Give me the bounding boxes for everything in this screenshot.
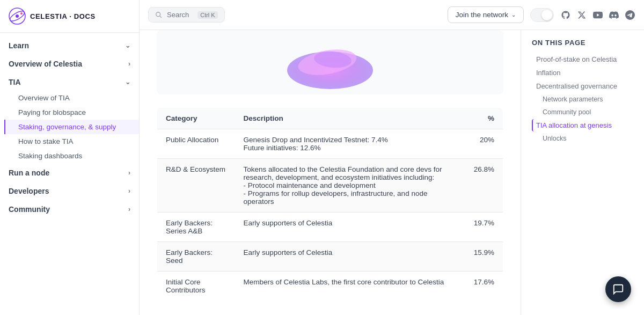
toc-item[interactable]: Community pool [532, 106, 633, 118]
chat-icon [612, 283, 624, 295]
search-shortcut: Ctrl K [197, 11, 218, 19]
svg-point-4 [156, 12, 160, 16]
table-row: Early Backers: SeedEarly supporters of C… [157, 242, 503, 272]
sidebar-item-staking-governance[interactable]: Staking, governance, & supply [4, 120, 139, 134]
svg-point-2 [16, 14, 19, 18]
toc-item[interactable]: Inflation [532, 67, 633, 79]
content-area: Category Description % Public Allocation… [140, 30, 644, 315]
main-wrapper: Search Ctrl K Join the network ⌄ [140, 0, 644, 315]
community-section: Community › [0, 201, 139, 218]
table-header-row: Category Description % [157, 108, 503, 129]
github-icon[interactable] [560, 10, 571, 20]
table-cell-percent: 20% [460, 129, 503, 159]
search-icon [155, 11, 163, 19]
table-cell-category: Early Backers: Series A&B [157, 213, 235, 242]
table-cell-description: Tokens allocated to the Celestia Foundat… [235, 159, 460, 213]
run-a-node-item[interactable]: Run a node › [0, 164, 139, 181]
learn-chevron-icon: ⌄ [125, 42, 130, 49]
community-chevron-icon: › [128, 206, 130, 213]
chart-area [157, 30, 503, 94]
table-row: Public AllocationGenesis Drop and Incent… [157, 129, 503, 159]
tia-section: TIA ⌄ Overview of TIA Paying for blobspa… [0, 74, 139, 163]
logo-icon [9, 8, 26, 25]
allocation-table: Category Description % Public Allocation… [157, 107, 503, 301]
developers-chevron-icon: › [128, 187, 130, 195]
table-cell-description: Genesis Drop and Incentivized Testnet: 7… [235, 129, 460, 159]
table-cell-category: Public Allocation [157, 129, 235, 159]
table-row: R&D & EcosystemTokens allocated to the C… [157, 159, 503, 213]
sidebar-item-staking-dashboards[interactable]: Staking dashboards [4, 149, 139, 163]
twitter-icon[interactable] [576, 10, 587, 20]
join-network-button[interactable]: Join the network ⌄ [448, 6, 524, 23]
learn-section-header[interactable]: Learn ⌄ [0, 37, 139, 54]
sidebar-item-how-to-stake[interactable]: How to stake TIA [4, 134, 139, 149]
sidebar-item-overview-tia[interactable]: Overview of TIA [4, 91, 139, 105]
developers-item[interactable]: Developers › [0, 182, 139, 200]
discord-icon[interactable] [609, 10, 619, 20]
table-cell-category: Early Backers: Seed [157, 242, 235, 272]
run-a-node-section: Run a node › [0, 164, 139, 181]
topbar: Search Ctrl K Join the network ⌄ [140, 0, 644, 30]
pie-chart [276, 33, 384, 92]
table-cell-description: Members of Celestia Labs, the first core… [235, 272, 460, 301]
table-row: Initial Core ContributorsMembers of Cele… [157, 272, 503, 301]
youtube-icon[interactable] [592, 10, 603, 20]
sidebar-nav: Learn ⌄ Overview of Celestia › TIA ⌄ Ove… [0, 33, 139, 315]
table-cell-percent: 15.9% [460, 242, 503, 272]
on-this-page-title: On this page [532, 39, 633, 47]
social-icons [560, 10, 635, 20]
overview-celestia-chevron-icon: › [128, 60, 130, 68]
learn-section: Learn ⌄ [0, 37, 139, 54]
col-header-percent: % [460, 108, 503, 129]
table-cell-percent: 19.7% [460, 213, 503, 242]
tia-chevron-icon: ⌄ [125, 78, 130, 86]
svg-point-3 [20, 12, 23, 14]
table-cell-category: Initial Core Contributors [157, 272, 235, 301]
sidebar-header: CELESTIA · DOCS [0, 0, 139, 33]
logo-text: CELESTIA · DOCS [30, 12, 96, 20]
table-row: Early Backers: Series A&BEarly supporter… [157, 213, 503, 242]
developers-section: Developers › [0, 182, 139, 200]
col-header-description: Description [235, 108, 460, 129]
toc-item[interactable]: Network parameters [532, 93, 633, 105]
table-cell-category: R&D & Ecosystem [157, 159, 235, 213]
search-label: Search [167, 11, 189, 19]
sidebar-item-paying-blobspace[interactable]: Paying for blobspace [4, 105, 139, 120]
chat-support-button[interactable] [605, 276, 631, 302]
col-header-category: Category [157, 108, 235, 129]
run-a-node-chevron-icon: › [128, 169, 130, 177]
toc-item[interactable]: TIA allocation at genesis [532, 119, 633, 131]
overview-celestia-item[interactable]: Overview of Celestia › [0, 55, 139, 72]
tia-sub-items: Overview of TIA Paying for blobspace Sta… [0, 91, 139, 163]
sidebar: CELESTIA · DOCS Learn ⌄ Overview of Cele… [0, 0, 140, 315]
toc-nav: Proof-of-stake on CelestiaInflationDecen… [532, 53, 633, 144]
search-box[interactable]: Search Ctrl K [148, 7, 225, 23]
table-cell-description: Early supporters of Celestia [235, 242, 460, 272]
community-item[interactable]: Community › [0, 201, 139, 218]
main-content: Category Description % Public Allocation… [140, 30, 521, 315]
toc-item[interactable]: Unlocks [532, 133, 633, 144]
overview-celestia-section: Overview of Celestia › [0, 55, 139, 72]
right-sidebar: On this page Proof-of-stake on CelestiaI… [521, 30, 644, 315]
toc-item[interactable]: Decentralised governance [532, 80, 633, 92]
theme-toggle[interactable] [530, 8, 554, 22]
table-cell-percent: 17.6% [460, 272, 503, 301]
join-network-chevron-icon: ⌄ [511, 12, 516, 18]
table-cell-description: Early supporters of Celestia [235, 213, 460, 242]
theme-toggle-dot [541, 10, 552, 20]
table-cell-percent: 26.8% [460, 159, 503, 213]
tia-section-header[interactable]: TIA ⌄ [0, 74, 139, 91]
toc-item[interactable]: Proof-of-stake on Celestia [532, 53, 633, 65]
telegram-icon[interactable] [625, 10, 635, 20]
